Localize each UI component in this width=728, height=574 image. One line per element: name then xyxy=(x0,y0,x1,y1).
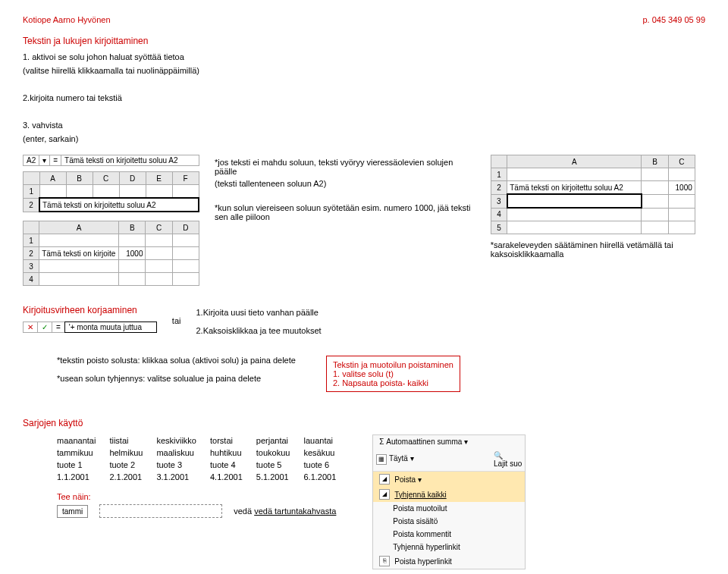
link-icon: ⎘ xyxy=(379,556,390,566)
menu-remove-hyperlinks[interactable]: ⎘Poista hyperlinkit xyxy=(373,554,525,569)
tai-label: tai xyxy=(172,297,181,325)
edit-cell-text[interactable]: '+ monta muuta juttua xyxy=(64,322,157,333)
step-2: 2.kirjoita numero tai tekstiä xyxy=(23,93,705,102)
cancel-icon[interactable]: ✕ xyxy=(24,322,38,332)
menu-fill[interactable]: ▦ Täytä ▾ xyxy=(376,454,489,465)
delete-note-2: *usean solun tyhjennys: valitse solualue… xyxy=(57,374,296,383)
series-table: maanantaitiistaikeskiviikkotorstaiperjan… xyxy=(57,434,350,483)
tammi-cell[interactable]: tammi xyxy=(57,505,88,518)
cell-a2-text[interactable]: Tämä teksti on kirjoitettu soluu A2 xyxy=(39,198,199,212)
correction-line-1: 1.Kirjoita uusi tieto vanhan päälle xyxy=(196,308,321,317)
step-3b: (enter, sarkain) xyxy=(23,134,705,143)
confirm-icon[interactable]: ✓ xyxy=(38,322,52,332)
menu-autosum[interactable]: Σ Automaattinen summa ▾ xyxy=(373,435,525,448)
clear-menu: Σ Automaattinen summa ▾ ▦ Täytä ▾ 🔍Lajit… xyxy=(372,434,526,569)
page-title: Tekstin ja lukujen kirjoittaminen xyxy=(23,36,705,46)
menu-clear-all[interactable]: ◢Tyhjennä kaikki xyxy=(373,487,525,502)
header-phone: p. 045 349 05 99 xyxy=(642,15,705,24)
step-1a: 1. aktivoi se solu johon haluat syöttää … xyxy=(23,52,705,61)
cell-ref: A2 xyxy=(24,155,39,165)
edit-formula-bar: ✕ ✓ = '+ monta muuta juttua xyxy=(23,322,157,333)
tee-title: Tee näin: xyxy=(57,492,350,501)
menu-clear-formats[interactable]: Poista muotoilut xyxy=(373,502,525,515)
spreadsheet-b: ABCD 1 2Tämä teksti on kirjoite1000 3 4 xyxy=(23,221,199,286)
erase-all-icon: ◢ xyxy=(379,489,390,500)
spreadsheet-c: ABC 1 2Tämä teksti on kirjoitettu soluu … xyxy=(491,155,695,234)
dropdown-arrow-icon[interactable]: ▾ xyxy=(39,155,50,165)
header-author: Kotiope Aarno Hyvönen xyxy=(23,15,111,24)
note-stored: (teksti tallenteneen soluun A2) xyxy=(215,179,475,188)
fx-eq: = xyxy=(50,155,61,165)
formula-text: Tämä teksti on kirjoitettu soluu A2 xyxy=(61,155,181,165)
fill-icon: ▦ xyxy=(376,454,387,465)
note-hide: *kun solun viereiseen soluun syötetään e… xyxy=(215,203,475,221)
delete-note-1: *tekstin poisto solusta: klikkaa solua (… xyxy=(57,356,296,365)
eq-label: = xyxy=(52,322,65,332)
correction-title: Kirjoitusvirheen korjaaminen xyxy=(23,305,157,315)
drag-extension xyxy=(99,504,222,518)
formula-bar-a: A2 ▾ = Tämä teksti on kirjoitettu soluu … xyxy=(23,155,199,166)
step-1b: (valitse hiirellä klikkaamalla tai nuoli… xyxy=(23,66,705,75)
step-3a: 3. vahvista xyxy=(23,121,705,130)
menu-clear[interactable]: ◢Poista ▾ xyxy=(373,472,525,487)
sarjat-title: Sarjojen käyttö xyxy=(23,418,705,428)
correction-line-2: 2.Kaksoisklikkaa ja tee muutokset xyxy=(196,326,321,335)
note-overflow: *jos teksti ei mahdu soluun, teksti vyör… xyxy=(215,158,475,176)
drag-instruction: vedä vedä tartuntakahvasta xyxy=(234,507,336,516)
spreadsheet-a: ABCDEF 1 2Tämä teksti on kirjoitettu sol… xyxy=(23,171,199,212)
menu-sort[interactable]: 🔍Lajit suo xyxy=(494,451,522,468)
menu-clear-comments[interactable]: Poista kommentit xyxy=(373,528,525,541)
menu-clear-contents[interactable]: Poista sisältö xyxy=(373,515,525,528)
eraser-icon: ◢ xyxy=(379,474,390,485)
note-colwidth: *sarakeleveyden säätäminen hiirellä vetä… xyxy=(491,240,705,259)
menu-clear-hyperlinks[interactable]: Tyhjennä hyperlinkit xyxy=(373,541,525,554)
delete-instructions-box: Tekstin ja muotoilun poistaminen 1. vali… xyxy=(326,356,460,392)
magnify-icon: 🔍 xyxy=(494,451,503,460)
